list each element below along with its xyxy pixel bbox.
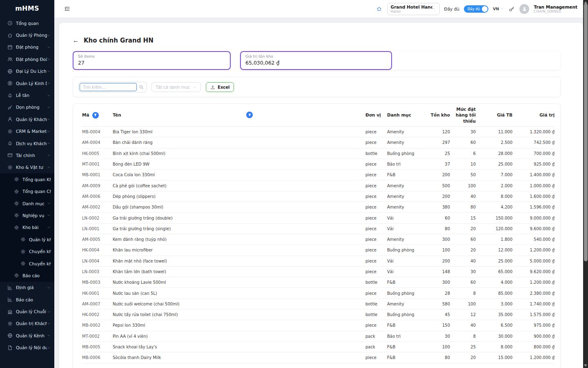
category-filter-select[interactable]: Tất cả danh mục: [151, 82, 201, 92]
sidebar-item[interactable]: Quản lý Nội dung: [0, 342, 54, 354]
table-row[interactable]: HK-0002Nước tẩy rửa toilet (chai 750ml)b…: [82, 310, 555, 320]
sidebar-item[interactable]: Đại Lý Du Lịch: [0, 65, 54, 77]
table-row[interactable]: MB-0006Sôcôla thanh Dairy MilkpieceF&B80…: [82, 352, 555, 363]
sidebar-item[interactable]: Nghiệp vụ: [0, 209, 54, 221]
table-cell: Ga trải giường trắng (double): [113, 216, 362, 220]
chevron-down-icon: [47, 321, 51, 325]
table-cell: Vải: [387, 227, 427, 231]
table-row[interactable]: MT-0001Bóng đèn LED 9WpieceBảo trì371025…: [82, 159, 555, 170]
table-row[interactable]: AM-0002Dầu gội (shampoo 30ml)pieceAmenit…: [82, 202, 555, 213]
table-row[interactable]: HK-0005Bình xịt kính (chai 500ml)bottleB…: [82, 148, 555, 159]
table-row[interactable]: AM-0009Cà phê gói (coffee sachet)pieceAm…: [82, 180, 555, 191]
table-row[interactable]: LN-0004Khăn mặt nhỏ (face towel)pieceVải…: [82, 256, 555, 267]
table-cell: Amenity: [387, 184, 427, 188]
search-icon[interactable]: [137, 83, 145, 91]
table-cell: F&B: [387, 355, 427, 360]
table-cell: Kem đánh răng (tuýp nhỏ): [113, 237, 362, 242]
table-row[interactable]: LN-0002Ga trải giường trắng (double)piec…: [82, 213, 555, 223]
globe-icon: [7, 68, 13, 74]
sidebar-item[interactable]: Tổng quan Kho: [0, 173, 54, 185]
table-cell: Amenity: [387, 140, 427, 145]
chevron-down-icon: [47, 213, 51, 218]
sidebar-item[interactable]: Chuyển kh...: [0, 245, 54, 257]
sidebar-item[interactable]: Tổng quan Ch...: [0, 185, 54, 197]
filter-icon[interactable]: [92, 112, 99, 119]
vertical-scrollbar[interactable]: [583, 0, 588, 368]
sidebar-item[interactable]: Đặt phòng: [0, 41, 54, 53]
sidebar-item-label: Báo cáo: [16, 297, 51, 302]
hotel-selector[interactable]: Grand Hotel Hanoi Hanoi: [388, 3, 440, 15]
table-cell: 975.000 ₫: [516, 323, 555, 328]
page-head: ← Kho chính Grand HN: [59, 23, 583, 44]
table-row[interactable]: AM-0004Bàn chải đánh răngpieceAmenity297…: [82, 137, 555, 148]
sidebar-item[interactable]: Định giá: [0, 282, 54, 294]
table-row[interactable]: LN-0003Khăn tắm lớn (bath towel)pieceVải…: [82, 267, 555, 277]
sidebar-item[interactable]: Quản lý Chuỗi: [0, 305, 54, 317]
sidebar-item[interactable]: Đặt phòng Đoàn: [0, 53, 54, 65]
full-mode-toggle[interactable]: Đầy đủ: [464, 5, 488, 13]
table-cell: Bàn chải đánh răng: [113, 140, 362, 145]
table-cell: HK-0004: [82, 248, 109, 252]
column-header-avg-price: Giá TB: [479, 112, 512, 118]
key-icon[interactable]: [509, 6, 515, 12]
scroll-down-arrow-icon[interactable]: [584, 364, 587, 367]
sidebar-item[interactable]: Báo cáo: [0, 294, 54, 305]
sidebar-item[interactable]: Quản Lý Kinh D...: [0, 77, 54, 89]
table-cell: 1.600.000 ₫: [516, 194, 555, 199]
sidebar-item[interactable]: Kho & Vật tư: [0, 162, 54, 173]
sidebar-item[interactable]: Lễ tân: [0, 89, 54, 101]
table-cell: 100: [453, 184, 476, 188]
sidebar-item[interactable]: Quản lý Khách ...: [0, 113, 54, 125]
table-cell: 200: [430, 194, 450, 199]
sidebar-item[interactable]: Tổng quan: [0, 17, 54, 29]
dollar-icon: [7, 81, 13, 86]
table-row[interactable]: MB-0001Coca Cola lon 330mlpieceF&B200507…: [82, 170, 555, 180]
sidebar-item[interactable]: Kho bãi: [0, 222, 54, 233]
excel-export-button[interactable]: Excel: [206, 82, 234, 92]
back-button[interactable]: ←: [73, 37, 79, 44]
chevron-down-icon: [47, 45, 51, 49]
table-row[interactable]: MB-0005Snack khoai tây Lay'spackF&B10025…: [82, 342, 555, 352]
sidebar-item-label: Kho & Vật tư: [16, 165, 47, 170]
filter-icon[interactable]: [246, 112, 253, 118]
sidebar-item[interactable]: Quản lý Kênh: [0, 330, 54, 341]
search-input[interactable]: [80, 83, 137, 91]
table-row[interactable]: MB-0003Nước khoáng Lavie 500mlbottleF&B3…: [82, 277, 555, 288]
avatar[interactable]: [519, 4, 529, 14]
table-cell: MB-0003: [82, 280, 109, 285]
table-cell: Khăn lau microfiber: [113, 248, 362, 252]
sidebar-item[interactable]: Quản lý kho: [0, 233, 54, 245]
home-icon[interactable]: [376, 6, 383, 12]
calendar-icon: [7, 44, 13, 50]
sidebar-item[interactable]: Chuyển kh...: [0, 258, 54, 269]
chevron-down-icon: [47, 57, 51, 61]
table-row[interactable]: AM-0005Kem đánh răng (tuýp nhỏ)pieceAmen…: [82, 234, 555, 245]
table-row[interactable]: MT-0002Pin AA (vỉ 4 viên)packBảo trì3083…: [82, 331, 555, 342]
sidebar-item-label: Đặt phòng Đoàn: [16, 57, 47, 62]
sidebar-item[interactable]: Quản trị Khách ...: [0, 318, 54, 330]
table-row[interactable]: MB-0004Bia Tiger lon 330mlpieceAmenity12…: [82, 127, 555, 137]
table-row[interactable]: HK-0001Nước lau sàn (can 5L)pieceBuồng p…: [82, 288, 555, 298]
sidebar-item[interactable]: Quản lý Phòng: [0, 29, 54, 41]
table-cell: 12.000: [479, 248, 512, 252]
table-cell: 4.000: [479, 280, 512, 285]
sidebar-item[interactable]: Dọn phòng: [0, 101, 54, 113]
language-selector[interactable]: VN: [493, 7, 504, 11]
sidebar-item[interactable]: Tài chính: [0, 149, 54, 161]
table-row[interactable]: LN-0001Ga trải giường trắng (single)piec…: [82, 224, 555, 234]
sidebar-collapse-button[interactable]: [64, 5, 72, 13]
sidebar-item[interactable]: Dịch vụ Khách: [0, 137, 54, 149]
table-row[interactable]: AM-0007Nước suối welcome (chai 500ml)bot…: [82, 299, 555, 310]
table-header: Mã Tên Đơn vị Danh mục Tồn kho Mức đặt h…: [82, 104, 555, 127]
table-cell: 2.380.000 ₫: [516, 291, 555, 296]
sidebar-item[interactable]: CRM & Marketi...: [0, 126, 54, 137]
table-cell: 300: [430, 280, 450, 285]
sidebar-item[interactable]: Danh mục: [0, 197, 54, 209]
sidebar-item[interactable]: Báo cáo: [0, 269, 54, 281]
scrollbar-thumb[interactable]: [584, 4, 588, 261]
table-cell: 580: [430, 302, 450, 306]
table-row[interactable]: HK-0004Khăn lau microfiberpieceBuồng phò…: [82, 245, 555, 256]
sidebar: mHMS Tổng quanQuản lý PhòngĐặt phòngĐặt …: [0, 0, 54, 368]
table-row[interactable]: AM-0006Dép phòng (slippers)pieceAmenity2…: [82, 191, 555, 202]
table-row[interactable]: MB-0002Pepsi lon 330mlpieceF&B150406.500…: [82, 320, 555, 331]
